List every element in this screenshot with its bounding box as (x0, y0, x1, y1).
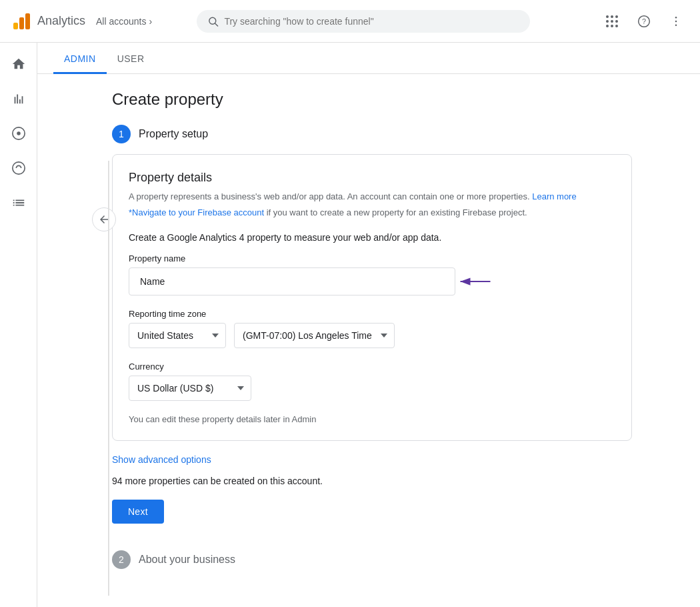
step2-number: 2 (112, 550, 131, 569)
grid-icon (606, 15, 618, 27)
tab-admin[interactable]: ADMIN (53, 43, 107, 74)
step2-header: 2 About your business (112, 550, 679, 569)
app-header: Analytics All accounts › ? (0, 0, 700, 43)
arrow-indicator (455, 273, 495, 289)
app-title: Analytics (37, 14, 85, 28)
home-icon (11, 57, 26, 71)
step1-container: 1 Property setup Property details A prop… (59, 125, 679, 524)
firebase-link[interactable]: *Navigate to your Firebase account (129, 207, 264, 217)
card-subtitle: Create a Google Analytics 4 property to … (129, 232, 615, 243)
more-vert-icon (669, 15, 683, 28)
help-button[interactable]: ? (631, 8, 657, 35)
property-name-label: Property name (129, 253, 615, 263)
advertising-icon (11, 161, 26, 175)
svg-rect-1 (19, 17, 24, 29)
tab-bar: ADMIN USER (37, 43, 700, 74)
timezone-selects: United States United Kingdom Canada (GMT… (129, 323, 615, 348)
content-area: Create property 1 Property setup Propert… (37, 74, 700, 596)
sidebar-item-explore[interactable] (3, 117, 35, 149)
list-icon (11, 195, 26, 210)
currency-label: Currency (129, 362, 615, 372)
page-title: Create property (59, 90, 679, 109)
timezone-group: Reporting time zone United States United… (129, 309, 615, 348)
help-icon: ? (637, 15, 651, 28)
svg-line-4 (215, 23, 218, 26)
timezone-label: Reporting time zone (129, 309, 615, 319)
search-area (197, 10, 530, 33)
svg-text:?: ? (642, 17, 646, 25)
logo-area: Analytics (11, 11, 85, 32)
search-input[interactable] (224, 16, 519, 27)
svg-point-8 (675, 20, 677, 22)
more-button[interactable] (663, 8, 689, 35)
next-button[interactable]: Next (112, 500, 164, 524)
card-description: A property represents a business's web a… (129, 190, 615, 203)
header-actions: ? (599, 8, 689, 35)
sidebar-item-reports[interactable] (3, 83, 35, 115)
property-name-group: Property name (129, 253, 615, 295)
svg-point-11 (17, 131, 21, 135)
step1-number: 1 (112, 125, 131, 143)
sidebar-item-home[interactable] (3, 48, 35, 80)
property-name-input-container (129, 267, 455, 295)
properties-note: 94 more properties can be created on thi… (112, 476, 679, 486)
bar-chart-icon (11, 91, 26, 106)
card-firebase: *Navigate to your Firebase account if yo… (129, 206, 615, 219)
tab-user[interactable]: USER (107, 43, 155, 74)
search-box[interactable] (197, 10, 530, 33)
svg-point-9 (675, 24, 677, 26)
card-note: You can edit these property details late… (129, 414, 615, 424)
back-button[interactable] (92, 207, 116, 231)
timezone-country-select[interactable]: United States United Kingdom Canada (129, 323, 226, 348)
svg-point-7 (675, 16, 677, 18)
card-title: Property details (129, 171, 615, 185)
currency-group: Currency US Dollar (USD $) Euro (EUR €) … (129, 362, 615, 401)
breadcrumb[interactable]: All accounts › (96, 16, 152, 27)
step2-container: 2 About your business (59, 550, 679, 569)
cursor-arrow-icon (455, 273, 495, 289)
timezone-value-select[interactable]: (GMT-07:00) Los Angeles Time (GMT-08:00)… (234, 323, 395, 348)
search-icon (207, 15, 219, 27)
property-name-input[interactable] (129, 267, 455, 295)
step1-title: Property setup (139, 128, 208, 140)
svg-point-12 (12, 162, 24, 174)
currency-select[interactable]: US Dollar (USD $) Euro (EUR €) British P… (129, 376, 251, 401)
step2-title: About your business (139, 554, 235, 566)
sidebar-item-configure[interactable] (3, 187, 35, 219)
apps-button[interactable] (599, 8, 625, 35)
show-advanced-link[interactable]: Show advanced options (112, 454, 211, 465)
learn-more-link[interactable]: Learn more (532, 191, 576, 201)
svg-rect-0 (13, 23, 18, 29)
analytics-logo-icon (11, 11, 32, 32)
sidebar (0, 43, 37, 596)
svg-rect-2 (25, 13, 30, 29)
sidebar-item-advertising[interactable] (3, 152, 35, 184)
explore-icon (11, 126, 26, 141)
step-divider (108, 161, 109, 596)
step1-header: 1 Property setup (112, 125, 679, 143)
main-content: ADMIN USER Create property 1 Property se… (37, 43, 700, 596)
property-details-card: Property details A property represents a… (112, 154, 632, 441)
